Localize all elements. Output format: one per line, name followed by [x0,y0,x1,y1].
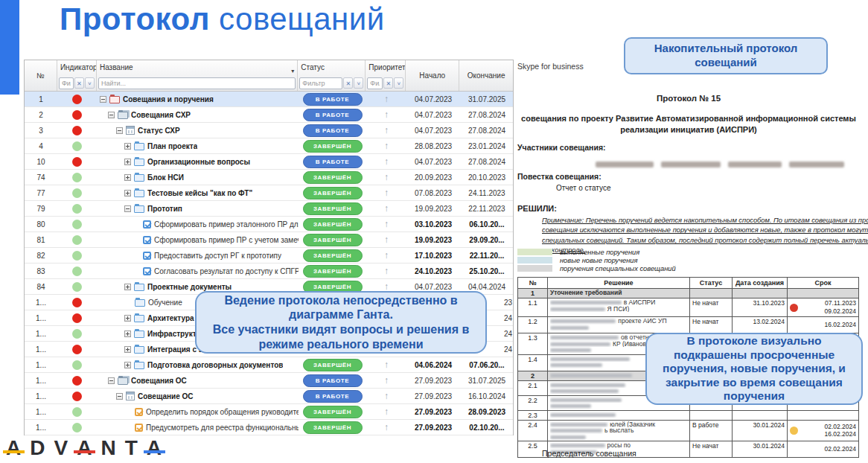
task-name-cell: Тестовые кейсы "как по ФТ" [97,185,299,200]
solution-fragment: ь выслать [604,427,634,434]
solution-fragment: Я ПСИ) [607,306,630,313]
start-date: 27.09.2023 [406,404,460,419]
gantt-row[interactable]: 4План проектаЗАВЕРШЁН↑28.08.202323.01.20… [25,138,513,154]
folder-icon [134,174,144,182]
clear-filter-icon[interactable]: ✕ [74,77,84,89]
status-cell: ЗАВЕРШЁН [299,420,366,435]
agenda-label: Повестка совещания: [517,172,601,181]
task-name-cell: Подготовка договорных документов [97,357,299,372]
priority-filter-input[interactable] [367,77,383,89]
doc-status-cell: Не начат [690,317,733,333]
redacted-text [550,429,602,432]
redacted-name [789,162,844,167]
end-date: 28.09.2023 [460,404,514,419]
gantt-row[interactable]: 83Согласовать результат по доступу к СПГ… [25,264,513,279]
indicator-red-icon [72,110,82,120]
task-name: Определить порядок обращения руководител… [146,408,299,416]
row-number: 1... [25,404,57,419]
status-cell: В РАБОТЕ [299,92,366,106]
expand-icon[interactable] [124,346,131,353]
gantt-row[interactable]: 79ПрототипЗАВЕРШЁН↑19.09.202322.11.2023 [25,201,513,217]
end-date: 02.10.20... [460,420,514,435]
indicator-cell [57,357,97,372]
priority-up-icon: ↑ [384,219,389,229]
doc-solution-cell: проекте АИС УП [548,317,690,333]
column-header-start[interactable]: Начало [406,60,459,91]
column-header-indicator[interactable]: Индикатор ✕ ˅ [57,60,97,91]
expand-icon[interactable] [124,143,131,150]
sort-menu-icon[interactable]: ▾ [291,64,294,74]
status-badge: ЗАВЕРШЁН [303,234,363,246]
row-number: 1... [25,295,57,310]
row-number: 77 [25,185,57,200]
redacted-text [550,357,630,361]
task-name-cell: Статус СХР [97,123,299,138]
column-header-num[interactable]: № [25,60,57,91]
gantt-row[interactable]: 80Сформировать пример эталонного ПР для … [25,217,513,232]
filter-dropdown-icon[interactable]: ˅ [394,77,403,89]
collapse-icon[interactable] [108,377,115,384]
start-date: 27.09.2023 [406,373,460,388]
column-header-end[interactable]: Окончание [459,60,513,91]
doc-table-header: №РешениеСтатусДата созданияСрок [518,278,858,289]
indicator-filter-input[interactable] [59,77,74,89]
collapse-icon[interactable] [116,127,123,134]
folder-icon [134,205,144,213]
expand-icon[interactable] [124,315,131,322]
end-date: 27.08.2024 [460,107,514,122]
redacted-text [550,435,586,439]
gantt-row[interactable]: 1...Совещание ОСВ РАБОТЕ↑27.09.202316.10… [25,389,513,404]
expand-icon[interactable] [124,284,131,290]
column-header-priority[interactable]: Приоритет ✕ ˅ [366,60,406,91]
expand-icon[interactable] [124,331,131,337]
column-header-name[interactable]: Название▾ [97,60,298,91]
indicator-green-icon [72,407,82,417]
name-search-input[interactable] [98,77,296,89]
status-badge: ЗАВЕРШЁН [303,359,363,371]
filter-dropdown-icon[interactable]: ˅ [354,77,363,89]
logo-letter: T [125,436,138,460]
clear-filter-icon[interactable]: ✕ [343,77,353,89]
collapse-icon[interactable] [116,393,123,400]
collapse-icon[interactable] [124,205,131,212]
indicator-red-icon [72,392,82,401]
gantt-row[interactable]: 1...Совещания ОСВ РАБОТЕ↑27.09.202331.07… [25,373,513,389]
gantt-row[interactable]: 74Блок НСИЗАВЕРШЁН↑20.09.202320.10.2023 [25,170,513,185]
priority-cell: ↑ [366,185,406,200]
expand-icon[interactable] [124,174,131,181]
collapse-icon[interactable] [108,112,115,118]
priority-cell: ↑ [366,389,406,403]
status-cell: ЗАВЕРШЁН [299,170,366,185]
start-date: 04.07.2023 [406,107,460,122]
doc-due-dates: 16.02.2024 [824,321,856,329]
indicator-cell [57,107,97,122]
gantt-row[interactable]: 77Тестовые кейсы "как по ФТ"ЗАВЕРШЁН↑07.… [25,185,513,201]
gantt-row[interactable]: 81Сформировать пример ПР с учетом замеча… [25,232,513,248]
gantt-row[interactable]: 1...Предусмотреть для реестра функционал… [25,420,513,435]
expand-icon[interactable] [124,159,131,165]
status-badge: ЗАВЕРШЁН [303,187,363,199]
gantt-row[interactable]: 1Совещания и порученияВ РАБОТЕ↑04.07.202… [25,92,513,107]
redacted-text [550,398,622,402]
gantt-row[interactable]: 10Организационные вопросыВ РАБОТЕ↑04.07.… [25,154,513,170]
column-header-status[interactable]: Статус ✕ ˅ [298,60,366,91]
start-date: 17.10.2023 [406,248,460,263]
gantt-row[interactable]: 82Предоставить доступ РГ к прототипуЗАВЕ… [25,248,513,264]
expand-icon[interactable] [124,190,131,197]
redacted-text [550,423,607,427]
gantt-row[interactable]: 2Совещания СХРВ РАБОТЕ↑04.07.202327.08.2… [25,107,513,123]
gantt-row[interactable]: 3Статус СХРВ РАБОТЕ↑04.07.202327.08.2024 [25,123,513,138]
filter-dropdown-icon[interactable]: ˅ [85,77,95,89]
gantt-row[interactable]: 1...Подготовка договорных документовЗАВЕ… [25,357,513,373]
indicator-green-icon [72,141,82,151]
indicator-green-icon [72,282,82,292]
expand-icon[interactable] [124,362,131,368]
task-name-cell: Организационные вопросы [97,154,299,169]
status-filter-input[interactable] [299,77,342,89]
doc-due-cell: 07.11.2023 09.02.2024 [788,298,858,316]
clear-filter-icon[interactable]: ✕ [383,77,393,89]
gantt-row[interactable]: 1...Определить порядок обращения руковод… [25,404,513,420]
priority-cell: ↑ [366,123,406,138]
collapse-icon[interactable] [100,96,106,103]
redacted-text [550,374,632,377]
